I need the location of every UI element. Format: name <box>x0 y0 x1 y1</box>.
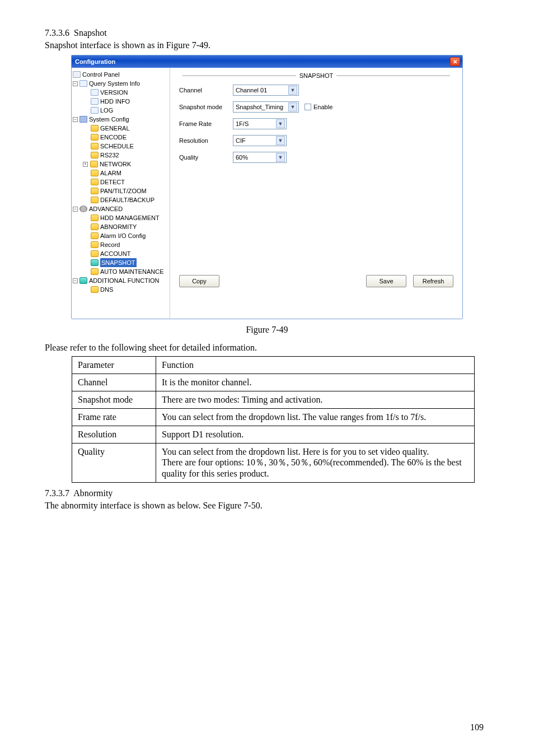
tree-item[interactable]: ABNORMITY <box>73 222 168 231</box>
cell-func: You can select from the dropdown list. H… <box>156 444 475 483</box>
folder-icon <box>91 241 99 248</box>
tree-label: HDD INFO <box>100 97 130 106</box>
doc-icon <box>91 98 99 105</box>
enable-label: Enable <box>313 104 332 110</box>
collapse-icon[interactable]: − <box>73 117 78 122</box>
tree-label: ENCODE <box>100 133 127 142</box>
panel-icon <box>73 71 81 78</box>
table-row: Frame rate You can select from the dropd… <box>72 409 475 426</box>
gear-icon <box>79 206 87 212</box>
tree-group-advanced[interactable]: − ADVANCED <box>73 204 168 213</box>
mode-select[interactable]: Snapshot_Timing ▼ <box>233 101 299 113</box>
collapse-icon[interactable]: − <box>73 207 78 212</box>
tree-item[interactable]: Alarm I/O Config <box>73 231 168 240</box>
tree-item[interactable]: Record <box>73 240 168 249</box>
nav-tree: Control Panel − Query System Info VERSIO… <box>72 68 170 319</box>
tree-label: Query System Info <box>89 79 140 88</box>
folder-icon <box>91 188 99 194</box>
tree-item[interactable]: HDD INFO <box>73 97 168 106</box>
channel-label: Channel <box>179 87 233 94</box>
tree-label: PAN/TILT/ZOOM <box>100 186 147 195</box>
qual-value: 60% <box>236 154 276 161</box>
folder-icon <box>91 223 99 230</box>
tree-item[interactable]: DETECT <box>73 178 168 186</box>
tree-group-system[interactable]: − System Config <box>73 115 168 124</box>
close-icon[interactable]: ✕ <box>450 57 460 66</box>
cell-func: You can select from the dropdown list. T… <box>156 409 475 426</box>
collapse-icon[interactable]: − <box>73 81 78 86</box>
th-function: Function <box>156 357 475 374</box>
res-select[interactable]: CIF ▼ <box>233 135 287 146</box>
snapshot-intro: Snapshot interface is shown as in Figure… <box>45 40 489 50</box>
tree-root[interactable]: Control Panel <box>73 70 168 79</box>
tree-item[interactable]: RS232 <box>73 151 168 160</box>
tree-item[interactable]: AUTO MAINTENANCE <box>73 267 168 276</box>
res-value: CIF <box>236 137 276 144</box>
save-button[interactable]: Save <box>366 275 406 287</box>
snapshot-panel: SNAPSHOT Channel Channel 01 ▼ Snapshot m… <box>170 68 462 319</box>
tree-group-query[interactable]: − Query System Info <box>73 79 168 88</box>
tree-item-snapshot[interactable]: SNAPSHOT <box>73 258 168 267</box>
tree-group-additional[interactable]: − ADDITIONAL FUNCTION <box>73 276 168 285</box>
tree-label: SCHEDULE <box>100 142 134 151</box>
tree-item[interactable]: ALARM <box>73 169 168 178</box>
folder-icon <box>91 170 99 176</box>
abnormity-intro: The abnormity interface is shown as belo… <box>45 501 489 511</box>
folder-icon <box>91 152 99 158</box>
tree-item[interactable]: GENERAL <box>73 124 168 133</box>
tree-item[interactable]: DNS <box>73 285 168 294</box>
table-row: Channel It is the monitor channel. <box>72 374 475 391</box>
cell-func-line2: There are four options: 10％, 30％, 50％, 6… <box>162 458 462 478</box>
tree-label: ADVANCED <box>89 204 123 213</box>
mode-label: Snapshot mode <box>179 104 233 110</box>
refresh-button[interactable]: Refresh <box>413 275 453 287</box>
tree-item[interactable]: ENCODE <box>73 133 168 142</box>
enable-checkbox[interactable] <box>305 104 311 110</box>
tree-label: LOG <box>100 106 113 115</box>
expand-icon[interactable]: + <box>83 162 88 167</box>
folder-icon <box>90 161 98 167</box>
doc-icon <box>79 80 87 87</box>
tree-item-network[interactable]: +NETWORK <box>73 160 168 169</box>
folder-icon <box>91 232 99 239</box>
titlebar: Configuration ✕ <box>72 55 462 68</box>
tree-item[interactable]: PAN/TILT/ZOOM <box>73 186 168 195</box>
tree-label: ADDITIONAL FUNCTION <box>89 276 160 285</box>
tree-item[interactable]: HDD MANAGEMENT <box>73 213 168 222</box>
tree-label: HDD MANAGEMENT <box>100 213 160 222</box>
tree-item[interactable]: VERSION <box>73 88 168 97</box>
res-label: Resolution <box>179 137 233 144</box>
heading-number: 7.3.3.6 <box>45 28 69 38</box>
tree-label: Record <box>100 240 120 249</box>
tree-label-selected: SNAPSHOT <box>100 258 137 267</box>
tree-item[interactable]: LOG <box>73 106 168 115</box>
tree-label: ALARM <box>100 169 121 178</box>
folder-open-icon <box>91 259 99 266</box>
copy-button[interactable]: Copy <box>179 275 219 287</box>
button-row: Copy Save Refresh <box>179 275 453 287</box>
qual-label: Quality <box>179 154 233 161</box>
tree-item[interactable]: ACCOUNT <box>73 249 168 258</box>
folder-icon <box>91 134 99 141</box>
channel-select[interactable]: Channel 01 ▼ <box>233 85 299 96</box>
tree-label: AUTO MAINTENANCE <box>100 267 163 276</box>
doc-icon <box>91 89 99 96</box>
tree-item[interactable]: DEFAULT/BACKUP <box>73 195 168 204</box>
channel-value: Channel 01 <box>236 87 288 94</box>
cell-param: Quality <box>72 444 156 483</box>
heading-abnormity: 7.3.3.7 Abnormity <box>45 488 489 498</box>
qual-select[interactable]: 60% ▼ <box>233 152 287 163</box>
chevron-down-icon: ▼ <box>276 136 285 145</box>
table-header-row: Parameter Function <box>72 357 475 374</box>
cell-func: There are two modes: Timing and activati… <box>156 391 475 409</box>
chevron-down-icon: ▼ <box>288 86 297 95</box>
tree-label: ABNORMITY <box>100 222 137 231</box>
tool-icon <box>79 116 87 123</box>
collapse-icon[interactable]: − <box>73 278 78 283</box>
tree-item[interactable]: SCHEDULE <box>73 142 168 151</box>
th-parameter: Parameter <box>72 357 156 374</box>
figure-7-49: Configuration ✕ Control Panel − Query Sy… <box>45 55 489 319</box>
folder-icon <box>91 179 99 185</box>
rate-select[interactable]: 1F/S ▼ <box>233 118 287 129</box>
folder-icon <box>91 125 99 132</box>
